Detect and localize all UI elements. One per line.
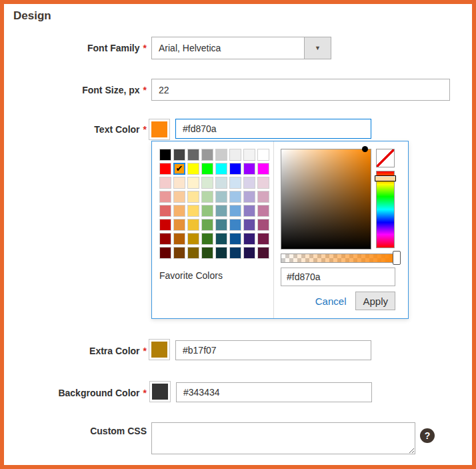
background-color-swatch[interactable] [149, 381, 171, 402]
palette-swatch[interactable] [257, 247, 269, 259]
palette-swatch[interactable] [159, 163, 171, 175]
palette-swatch[interactable] [257, 163, 269, 175]
palette-swatch[interactable] [243, 191, 255, 203]
palette-swatch[interactable] [215, 205, 227, 217]
palette-swatch[interactable] [187, 205, 199, 217]
favorite-colors-label: Favorite Colors [159, 270, 223, 281]
palette-swatch[interactable] [243, 219, 255, 231]
design-panel: Design Font Family* Arial, Helvetica ▼ F… [0, 0, 476, 469]
palette-swatch[interactable] [187, 149, 199, 161]
palette-swatch[interactable] [229, 233, 241, 245]
palette-swatch[interactable] [159, 247, 171, 259]
background-color-input[interactable] [176, 382, 372, 402]
palette-swatch[interactable] [201, 149, 213, 161]
font-family-selected-value: Arial, Helvetica [159, 37, 221, 59]
palette-swatch[interactable] [187, 177, 199, 189]
picker-divider [273, 141, 274, 318]
palette-swatch[interactable] [229, 163, 241, 175]
palette-swatch[interactable] [173, 149, 185, 161]
palette-swatch[interactable] [201, 177, 213, 189]
palette-swatch[interactable] [201, 163, 213, 175]
palette-swatch-selected[interactable]: ✔ [173, 163, 185, 175]
palette-swatch[interactable] [173, 233, 185, 245]
required-asterisk: * [143, 85, 147, 95]
extra-color-input[interactable] [175, 340, 371, 360]
text-color-input[interactable] [175, 119, 371, 139]
palette-swatch[interactable] [257, 149, 269, 161]
palette-swatch[interactable] [159, 233, 171, 245]
hue-slider[interactable] [376, 171, 395, 248]
color-position-marker[interactable] [362, 146, 368, 152]
palette-swatch[interactable] [201, 205, 213, 217]
alpha-slider-handle[interactable] [393, 251, 401, 265]
palette-swatch[interactable] [257, 205, 269, 217]
background-color-swatch-fill [152, 384, 168, 400]
custom-css-label: Custom CSS [4, 425, 147, 437]
palette-swatch[interactable] [229, 149, 241, 161]
palette-swatch[interactable] [201, 191, 213, 203]
palette-swatch[interactable] [229, 205, 241, 217]
palette-swatch[interactable] [187, 219, 199, 231]
cancel-link[interactable]: Cancel [315, 296, 347, 307]
palette-swatch[interactable] [159, 205, 171, 217]
page-title: Design [13, 9, 51, 23]
palette-swatch[interactable] [215, 191, 227, 203]
palette-swatch[interactable] [173, 247, 185, 259]
palette-swatch[interactable] [257, 219, 269, 231]
palette-swatch[interactable] [201, 219, 213, 231]
palette-swatch[interactable] [173, 219, 185, 231]
palette-swatch[interactable] [215, 233, 227, 245]
saturation-value-square[interactable] [281, 149, 371, 250]
palette-swatch[interactable] [173, 177, 185, 189]
font-size-label: Font Size, px* [4, 84, 147, 96]
palette-swatch[interactable] [215, 149, 227, 161]
palette-swatch[interactable] [173, 191, 185, 203]
palette-swatch[interactable] [159, 219, 171, 231]
palette-swatch[interactable] [215, 177, 227, 189]
palette-swatch[interactable] [201, 247, 213, 259]
help-icon[interactable]: ? [420, 428, 435, 443]
font-family-dropdown-button[interactable]: ▼ [304, 37, 331, 59]
apply-button[interactable]: Apply [355, 292, 395, 310]
palette-swatch[interactable] [159, 149, 171, 161]
palette-swatch[interactable] [187, 163, 199, 175]
palette-swatch[interactable] [187, 191, 199, 203]
hue-slider-marker[interactable] [375, 175, 396, 181]
palette-swatch[interactable] [229, 191, 241, 203]
font-family-select[interactable]: Arial, Helvetica ▼ [151, 37, 331, 59]
palette-swatch[interactable] [215, 247, 227, 259]
alpha-slider[interactable] [281, 254, 395, 263]
palette-swatch[interactable] [187, 233, 199, 245]
palette-swatch[interactable] [229, 247, 241, 259]
palette-swatch[interactable] [229, 219, 241, 231]
palette-swatch[interactable] [243, 247, 255, 259]
palette-swatch[interactable] [187, 247, 199, 259]
picker-actions: Cancel Apply [281, 292, 395, 310]
palette-swatch[interactable] [243, 233, 255, 245]
palette-swatch[interactable] [257, 191, 269, 203]
palette-swatch[interactable] [257, 233, 269, 245]
text-color-label: Text Color* [4, 123, 147, 135]
palette-swatch[interactable] [229, 177, 241, 189]
extra-color-swatch[interactable] [149, 339, 170, 360]
custom-css-textarea[interactable] [151, 422, 415, 454]
palette-swatch[interactable] [201, 233, 213, 245]
palette-swatch[interactable] [243, 163, 255, 175]
palette-swatch[interactable] [215, 219, 227, 231]
palette-swatch[interactable] [215, 163, 227, 175]
color-picker-popup: ✔ Favorite Colors Cancel Apply [151, 141, 409, 319]
palette-swatch[interactable] [173, 205, 185, 217]
font-size-input[interactable] [151, 79, 450, 101]
hex-value-input[interactable] [281, 268, 395, 286]
text-color-swatch[interactable] [149, 119, 170, 140]
palette-swatch[interactable] [159, 191, 171, 203]
no-color-option[interactable] [376, 149, 395, 167]
required-asterisk: * [143, 346, 147, 356]
palette-swatch[interactable] [243, 149, 255, 161]
palette-swatch[interactable] [243, 177, 255, 189]
palette-swatch[interactable] [159, 177, 171, 189]
palette-swatch[interactable] [257, 177, 269, 189]
required-asterisk: * [143, 43, 147, 53]
palette-swatch[interactable] [243, 205, 255, 217]
font-family-label: Font Family* [4, 42, 147, 54]
